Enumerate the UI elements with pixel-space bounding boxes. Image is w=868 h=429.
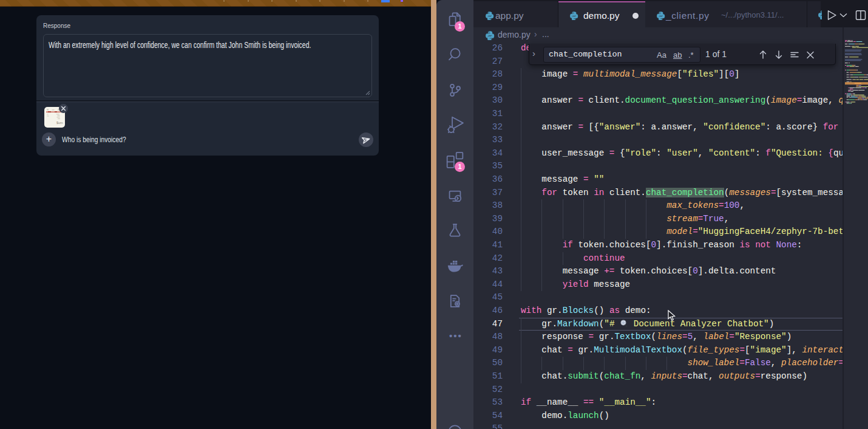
svg-text:$um: $um <box>56 121 63 125</box>
